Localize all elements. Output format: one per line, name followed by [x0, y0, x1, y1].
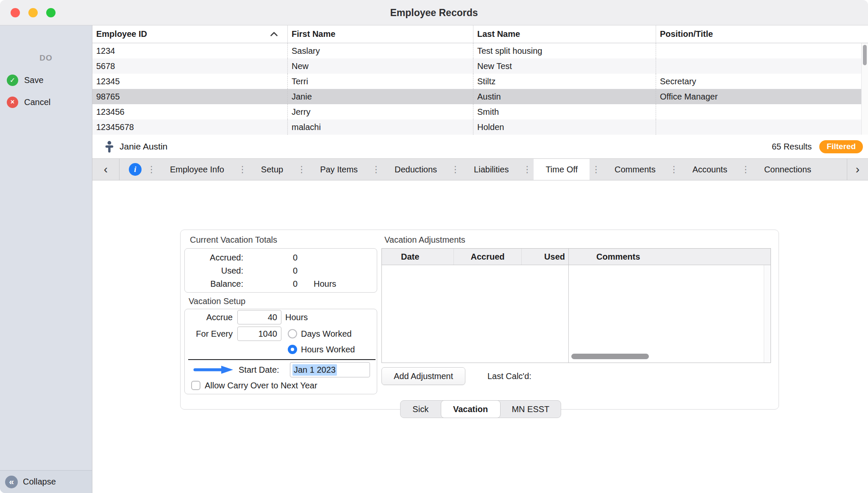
cell-first-name: malachi — [288, 119, 473, 135]
accrued-value: 0 — [243, 253, 298, 263]
start-date-label: Start Date: — [239, 362, 279, 377]
balance-unit: Hours — [298, 279, 377, 289]
tab-separator-icon: ⋮ — [236, 159, 249, 180]
tab-employee-info[interactable]: Employee Info — [158, 159, 236, 180]
cancel-button-label: Cancel — [24, 97, 50, 107]
employee-records-window: Employee Records DO ✓ Save × Cancel « Co… — [0, 0, 868, 493]
current-vacation-totals-box: Accrued: 0 Used: 0 Balance: 0 Hours — [184, 248, 377, 293]
cell-first-name: Saslary — [288, 43, 473, 58]
selected-employee-name: Janie Austin — [120, 141, 167, 152]
tab-pay-items[interactable]: Pay Items — [308, 159, 370, 180]
tab-sick[interactable]: Sick — [401, 401, 441, 418]
comments-vertical-scrollbar[interactable] — [764, 265, 771, 363]
employee-row[interactable]: 5678 New New Test — [92, 58, 868, 74]
tab-connections[interactable]: Connections — [752, 159, 823, 180]
cell-last-name: Smith — [473, 104, 656, 119]
cell-last-name: Test split housing — [473, 43, 656, 58]
accrue-label: Accrue — [185, 310, 233, 324]
cell-first-name: Janie — [288, 89, 473, 104]
column-header-employee-id[interactable]: Employee ID — [92, 25, 288, 43]
tab-accounts[interactable]: Accounts — [681, 159, 739, 180]
hours-worked-label[interactable]: Hours Worked — [301, 345, 355, 354]
tabs-scroll-left-button[interactable]: ‹ — [92, 159, 120, 180]
cell-last-name: Austin — [473, 89, 656, 104]
x-circle-icon: × — [7, 97, 18, 108]
cell-employee-id: 12345678 — [92, 119, 288, 135]
tab-setup[interactable]: Setup — [249, 159, 295, 180]
collapse-sidebar-button[interactable]: « Collapse — [0, 470, 92, 493]
tab-comments[interactable]: Comments — [603, 159, 668, 180]
tab-separator-icon: ⋮ — [370, 159, 383, 180]
column-header-first-name[interactable]: First Name — [288, 25, 473, 43]
start-date-value: Jan 1 2023 — [292, 364, 337, 376]
setup-divider — [188, 359, 376, 360]
employee-table-header: Employee ID First Name Last Name Positio… — [92, 25, 868, 43]
tabs-scroll-right-button[interactable]: › — [847, 159, 868, 180]
employee-row[interactable]: 12345 Terri Stiltz Secretary — [92, 74, 868, 89]
column-header-label: Employee ID — [96, 29, 147, 39]
for-every-input-value: 1040 — [259, 329, 278, 339]
column-header-position[interactable]: Position/Title — [656, 25, 868, 43]
adjustments-column-comments[interactable]: Comments — [568, 249, 771, 265]
cell-first-name: New — [288, 58, 473, 74]
cell-first-name: Jerry — [288, 104, 473, 119]
for-every-input[interactable]: 1040 — [237, 327, 281, 341]
adjustments-column-used[interactable]: Used — [522, 249, 568, 265]
save-button[interactable]: ✓ Save — [0, 72, 92, 89]
carry-over-label[interactable]: Allow Carry Over to Next Year — [205, 380, 317, 391]
used-value: 0 — [243, 266, 298, 276]
info-icon: i — [129, 163, 142, 176]
tab-bar-spacer — [823, 159, 847, 180]
tab-time-off[interactable]: Time Off — [534, 159, 590, 180]
cell-position — [656, 58, 868, 74]
tab-vacation[interactable]: Vacation — [441, 400, 501, 418]
last-calcd-label: Last Calc'd: — [487, 367, 531, 385]
employee-row[interactable]: 1234 Saslary Test split housing — [92, 43, 868, 58]
employee-row[interactable]: 98765 Janie Austin Office Manager — [92, 89, 868, 104]
employee-table: Employee ID First Name Last Name Positio… — [92, 25, 868, 135]
cell-last-name: Stiltz — [473, 74, 656, 89]
person-icon — [104, 141, 114, 153]
cell-employee-id: 123456 — [92, 104, 288, 119]
status-bar: Janie Austin 65 Results Filtered — [92, 135, 868, 158]
hours-worked-radio[interactable] — [288, 345, 297, 354]
adjustments-column-date[interactable]: Date — [382, 249, 454, 265]
table-vertical-scrollbar[interactable] — [861, 43, 868, 135]
cancel-button[interactable]: × Cancel — [0, 94, 92, 111]
add-adjustment-button[interactable]: Add Adjustment — [381, 367, 465, 385]
table-scrollbar-thumb[interactable] — [863, 45, 867, 65]
days-worked-radio[interactable] — [288, 329, 297, 338]
tab-separator-icon: ⋮ — [145, 159, 158, 180]
balance-label: Balance: — [185, 279, 243, 289]
sidebar-header: DO — [0, 53, 92, 63]
used-label: Used: — [185, 266, 243, 276]
vacation-setup-box: Accrue 40 Hours For Every 1040 Days Work… — [184, 309, 377, 394]
tab-deductions[interactable]: Deductions — [383, 159, 449, 180]
days-worked-label[interactable]: Days Worked — [301, 329, 352, 338]
cell-last-name: New Test — [473, 58, 656, 74]
accrue-input-value: 40 — [268, 313, 277, 322]
window-title: Employee Records — [0, 0, 868, 25]
filtered-badge[interactable]: Filtered — [819, 140, 863, 153]
accrued-label: Accrued: — [185, 253, 243, 263]
for-every-label: For Every — [185, 327, 233, 341]
cell-position — [656, 119, 868, 135]
adjustments-column-accrued[interactable]: Accrued — [454, 249, 522, 265]
accrue-hours-input[interactable]: 40 — [237, 310, 281, 324]
column-header-last-name[interactable]: Last Name — [473, 25, 656, 43]
cell-position: Office Manager — [656, 89, 868, 104]
tab-liabilities[interactable]: Liabilities — [462, 159, 520, 180]
start-date-input[interactable]: Jan 1 2023 — [290, 362, 370, 377]
cell-last-name: Holden — [473, 119, 656, 135]
adjustments-empty-list — [382, 265, 771, 363]
time-off-category-tabs: Sick Vacation MN ESST — [400, 400, 561, 418]
comments-horizontal-scrollbar-thumb[interactable] — [571, 354, 649, 359]
carry-over-checkbox[interactable] — [191, 381, 200, 390]
tab-separator-icon: ⋮ — [739, 159, 752, 180]
employee-row[interactable]: 12345678 malachi Holden — [92, 119, 868, 135]
accrue-unit-label: Hours — [285, 310, 308, 324]
vacation-setup-title: Vacation Setup — [189, 296, 245, 306]
employee-row[interactable]: 123456 Jerry Smith — [92, 104, 868, 119]
tab-mn-esst[interactable]: MN ESST — [501, 401, 561, 418]
tab-info[interactable]: i — [120, 159, 145, 180]
